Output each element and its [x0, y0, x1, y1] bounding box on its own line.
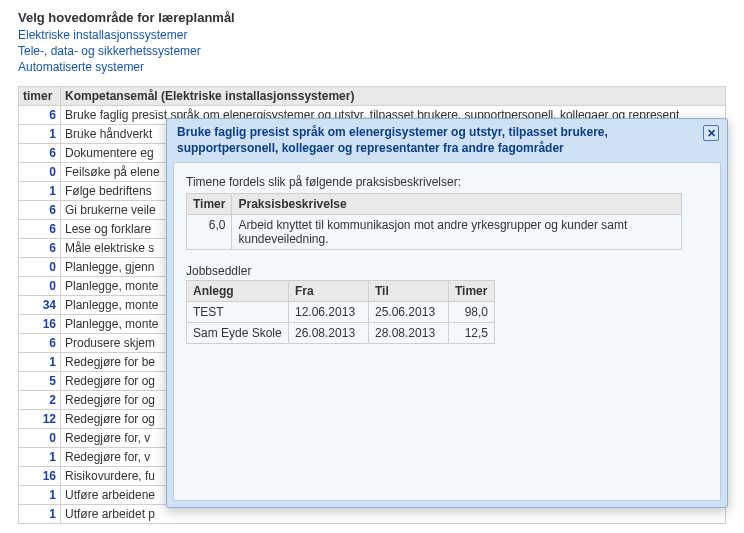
- table-row: 6,0Arbeid knyttet til kommunikasjon mot …: [187, 215, 682, 250]
- area-link-automatiserte[interactable]: Automatiserte systemer: [18, 59, 726, 75]
- timer-cell: 6: [19, 333, 61, 352]
- timer-cell: 1: [19, 504, 61, 523]
- timer-cell: 5: [19, 371, 61, 390]
- jobb-til-cell: 25.06.2013: [369, 302, 449, 323]
- timer-cell: 6: [19, 105, 61, 124]
- table-row: TEST12.06.201325.06.201398,0: [187, 302, 495, 323]
- jobb-timer-cell: 98,0: [449, 302, 495, 323]
- timer-cell: 12: [19, 409, 61, 428]
- col-kompetansemal: Kompetansemål (Elektriske installasjonss…: [61, 86, 726, 105]
- timer-cell: 6: [19, 219, 61, 238]
- jobbseddler-table: Anlegg Fra Til Timer TEST12.06.201325.06…: [186, 280, 495, 344]
- timer-cell: 6: [19, 200, 61, 219]
- jobb-col-til: Til: [369, 281, 449, 302]
- jobb-timer-cell: 12,5: [449, 323, 495, 344]
- timer-cell: 6: [19, 143, 61, 162]
- praksis-col-timer: Timer: [187, 194, 232, 215]
- praksis-heading: Timene fordels slik på følgende praksisb…: [186, 175, 708, 189]
- jobb-anlegg-cell: Sam Eyde Skole: [187, 323, 289, 344]
- timer-cell: 0: [19, 162, 61, 181]
- page-title: Velg hovedområde for læreplanmål: [18, 10, 726, 25]
- praksis-timer-cell: 6,0: [187, 215, 232, 250]
- area-link-tele[interactable]: Tele-, data- og sikkerhetssystemer: [18, 43, 726, 59]
- timer-cell: 1: [19, 352, 61, 371]
- timer-cell: 1: [19, 124, 61, 143]
- timer-cell: 1: [19, 181, 61, 200]
- col-timer: timer: [19, 86, 61, 105]
- table-row: Sam Eyde Skole26.08.201328.08.201312,5: [187, 323, 495, 344]
- jobb-col-anlegg: Anlegg: [187, 281, 289, 302]
- dialog-title: Bruke faglig presist språk om elenergisy…: [177, 125, 703, 156]
- jobb-fra-cell: 26.08.2013: [289, 323, 369, 344]
- timer-cell: 1: [19, 447, 61, 466]
- timer-cell: 16: [19, 466, 61, 485]
- timer-cell: 2: [19, 390, 61, 409]
- timer-cell: 0: [19, 428, 61, 447]
- praksis-col-besk: Praksisbeskrivelse: [232, 194, 682, 215]
- jobb-col-fra: Fra: [289, 281, 369, 302]
- close-icon[interactable]: ✕: [703, 125, 719, 141]
- timer-cell: 1: [19, 485, 61, 504]
- praksis-besk-cell: Arbeid knyttet til kommunikasjon mot and…: [232, 215, 682, 250]
- timer-cell: 0: [19, 257, 61, 276]
- praksis-table: Timer Praksisbeskrivelse 6,0Arbeid knytt…: [186, 193, 682, 250]
- timer-cell: 34: [19, 295, 61, 314]
- jobb-fra-cell: 12.06.2013: [289, 302, 369, 323]
- jobb-anlegg-cell: TEST: [187, 302, 289, 323]
- timer-cell: 6: [19, 238, 61, 257]
- area-link-elektriske[interactable]: Elektriske installasjonssystemer: [18, 27, 726, 43]
- timer-cell: 16: [19, 314, 61, 333]
- detail-dialog: Bruke faglig presist språk om elenergisy…: [166, 118, 728, 508]
- timer-cell: 0: [19, 276, 61, 295]
- jobb-til-cell: 28.08.2013: [369, 323, 449, 344]
- jobbseddler-label: Jobbseddler: [186, 264, 708, 278]
- jobb-col-timer: Timer: [449, 281, 495, 302]
